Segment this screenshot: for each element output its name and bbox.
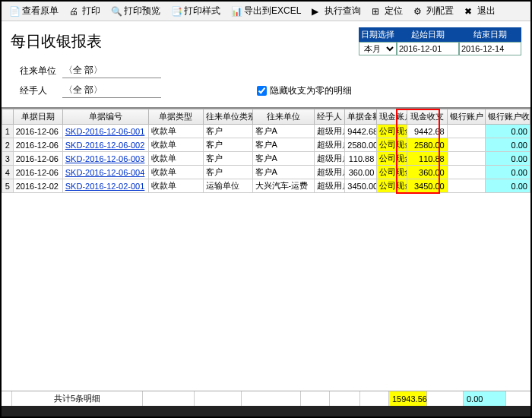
cell-cash: 110.88 xyxy=(407,152,447,166)
column-config-button[interactable]: ⚙列配置 xyxy=(409,3,458,19)
cell-amt: 2580.00 xyxy=(345,138,377,152)
cell-rownum: 2 xyxy=(2,138,14,152)
col-cash[interactable]: 现金收支 xyxy=(407,109,447,125)
cell-unit: 客户A xyxy=(252,152,315,166)
cell-amt: 3450.00 xyxy=(345,179,377,193)
config-icon: ⚙ xyxy=(413,6,424,17)
table-row[interactable]: 32016-12-06SKD-2016-12-06-003收款单客户客户A超级用… xyxy=(2,152,530,166)
col-amt[interactable]: 单据金额 xyxy=(345,109,377,125)
cell-doc[interactable]: SKD-2016-12-06-001 xyxy=(62,125,148,138)
print-button[interactable]: 🖨打印 xyxy=(65,3,105,19)
table-row[interactable]: 42016-12-06SKD-2016-12-06-004收款单客户客户A超级用… xyxy=(2,166,530,179)
cell-doc[interactable]: SKD-2016-12-06-003 xyxy=(62,152,148,166)
unit-field[interactable]: 〈全 部〉 xyxy=(62,63,161,78)
cell-date: 2016-12-02 xyxy=(13,179,62,193)
cell-cash: 360.00 xyxy=(407,166,447,179)
date-range-picker: 日期选择 起始日期 结束日期 本月 xyxy=(359,27,521,55)
cell-unit: 客户A xyxy=(252,166,315,179)
cell-type: 收款单 xyxy=(149,166,203,179)
run-query-button[interactable]: ▶执行查询 xyxy=(307,3,366,19)
status-bar xyxy=(2,406,530,416)
cell-doc[interactable]: SKD-2016-12-06-004 xyxy=(62,166,148,179)
cell-doc[interactable]: SKD-2016-12-06-002 xyxy=(62,138,148,152)
col-type[interactable]: 单据类型 xyxy=(149,109,203,125)
cell-amt: 9442.68 xyxy=(345,125,377,138)
cell-bank xyxy=(447,138,485,152)
locate-icon: ⊞ xyxy=(372,6,382,17)
cell-type: 收款单 xyxy=(149,125,203,138)
summary-text: 共计5条明细 xyxy=(12,391,143,406)
col-date[interactable]: 单据日期 xyxy=(13,109,62,125)
page-title: 每日收银报表 xyxy=(11,31,102,52)
col-op[interactable]: 经手人 xyxy=(315,109,345,125)
cell-bank xyxy=(447,179,485,193)
cell-cash: 9442.68 xyxy=(407,125,447,138)
start-date-input[interactable] xyxy=(397,42,459,55)
locate-button[interactable]: ⊞定位 xyxy=(367,3,407,19)
cell-type: 收款单 xyxy=(149,152,203,166)
col-cat[interactable]: 往来单位类别 xyxy=(203,109,252,125)
cell-doc[interactable]: SKD-2016-12-02-001 xyxy=(62,179,148,193)
exit-icon: ✖ xyxy=(464,6,475,17)
cell-cat: 运输单位 xyxy=(203,179,252,193)
col-doc[interactable]: 单据编号 xyxy=(62,109,148,125)
hide-zero-checkbox[interactable]: 隐藏收支为零的明细 xyxy=(257,84,352,97)
cell-date: 2016-12-06 xyxy=(13,138,62,152)
excel-icon: 📊 xyxy=(231,6,242,17)
cell-type: 收款单 xyxy=(149,179,203,193)
bank-total: 0.00 xyxy=(464,391,506,406)
view-source-button[interactable]: 📄查看原单 xyxy=(5,3,63,19)
col-bank[interactable]: 银行账户 xyxy=(447,109,485,125)
cell-op: 超级用户 xyxy=(315,125,345,138)
cell-amt: 360.00 xyxy=(345,166,377,179)
cash-total: 15943.56 xyxy=(389,391,427,406)
printer-icon: 🖨 xyxy=(69,6,80,17)
export-excel-button[interactable]: 📊导出到EXCEL xyxy=(226,3,306,19)
cell-cash: 3450.00 xyxy=(407,179,447,193)
cell-bank xyxy=(447,125,485,138)
col-unit[interactable]: 往来单位 xyxy=(252,109,315,125)
data-grid[interactable]: 单据日期 单据编号 单据类型 往来单位类别 往来单位 经手人 单据金额 现金账户… xyxy=(2,109,530,193)
cell-rownum: 1 xyxy=(2,125,14,138)
table-row[interactable]: 12016-12-06SKD-2016-12-06-001收款单客户客户A超级用… xyxy=(2,125,530,138)
cell-op: 超级用户 xyxy=(315,138,345,152)
col-bankio[interactable]: 银行账户收支 xyxy=(486,109,530,125)
cell-date: 2016-12-06 xyxy=(13,166,62,179)
cell-cash: 2580.00 xyxy=(407,138,447,152)
cell-bank xyxy=(447,152,485,166)
cell-type: 收款单 xyxy=(149,138,203,152)
cell-cat: 客户 xyxy=(203,152,252,166)
date-end-header: 结束日期 xyxy=(459,27,521,42)
cell-op: 超级用户 xyxy=(315,166,345,179)
cell-unit: 客户A xyxy=(252,125,315,138)
print-preview-button[interactable]: 🔍打印预览 xyxy=(106,3,165,19)
col-acct[interactable]: 现金账户 xyxy=(377,109,407,125)
cell-bankio: 0.00 xyxy=(486,138,530,152)
cell-date: 2016-12-06 xyxy=(13,125,62,138)
footer-summary: 共计5条明细 15943.56 0.00 xyxy=(2,391,530,406)
cell-unit: 大兴汽车-运费 xyxy=(252,179,315,193)
cell-bankio: 0.00 xyxy=(486,125,530,138)
preview-icon: 🔍 xyxy=(111,6,122,17)
exit-button[interactable]: ✖退出 xyxy=(460,3,500,19)
print-style-button[interactable]: 📑打印样式 xyxy=(166,3,225,19)
run-icon: ▶ xyxy=(312,6,322,17)
cell-date: 2016-12-06 xyxy=(13,152,62,166)
period-select[interactable]: 本月 xyxy=(359,42,397,55)
hide-zero-label: 隐藏收支为零的明细 xyxy=(270,84,352,97)
end-date-input[interactable] xyxy=(459,42,521,55)
operator-label: 经手人 xyxy=(20,84,58,97)
col-rownum[interactable] xyxy=(2,109,14,125)
cell-bankio: 0.00 xyxy=(486,152,530,166)
cell-cat: 客户 xyxy=(203,138,252,152)
table-row[interactable]: 52016-12-02SKD-2016-12-02-001收款单运输单位大兴汽车… xyxy=(2,179,530,193)
cell-op: 超级用户 xyxy=(315,152,345,166)
cell-unit: 客户A xyxy=(252,138,315,152)
hide-zero-input[interactable] xyxy=(257,86,267,96)
table-row[interactable]: 22016-12-06SKD-2016-12-06-002收款单客户客户A超级用… xyxy=(2,138,530,152)
cell-acct: 公司现金 xyxy=(377,125,407,138)
operator-field[interactable]: 〈全 部〉 xyxy=(62,83,161,98)
cell-bankio: 0.00 xyxy=(486,166,530,179)
title-row: 每日收银报表 日期选择 起始日期 结束日期 本月 xyxy=(2,21,530,60)
cell-cat: 客户 xyxy=(203,125,252,138)
